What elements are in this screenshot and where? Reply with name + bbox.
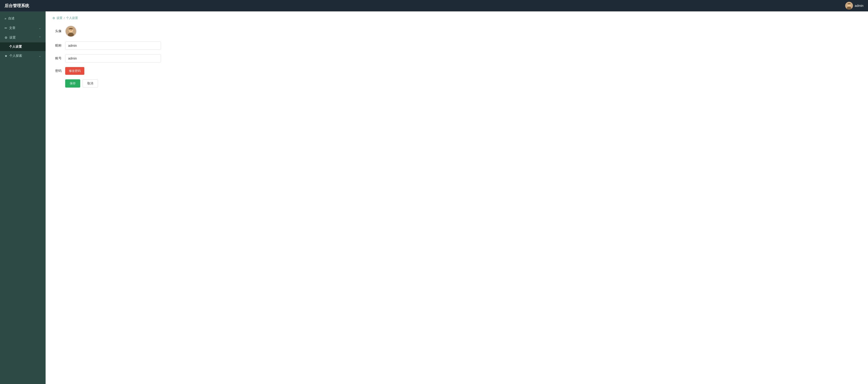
sidebar-item-shezhi-label: 设置	[9, 36, 16, 40]
avatar-label: 头像	[53, 29, 62, 33]
nickname-row: 昵称	[53, 41, 212, 50]
nickname-label: 昵称	[53, 43, 62, 48]
wenzhang-icon: ✏	[5, 26, 7, 30]
sidebar-item-zishu[interactable]: » 自述	[0, 14, 45, 23]
layout: » 自述 ✏ 文章 ⌄ ⚙ 设置 ⌃ 个人设置 ★	[0, 11, 868, 384]
avatar-upload[interactable]	[65, 26, 76, 37]
breadcrumb-personal-settings: 个人设置	[66, 16, 78, 20]
sidebar-item-gerentansuo[interactable]: ★ 个人探索 ⌄	[0, 51, 45, 61]
change-password-button[interactable]: 修改密码	[65, 67, 84, 75]
sidebar-item-wenzhang-label: 文章	[9, 26, 16, 30]
user-info: admin	[845, 2, 863, 9]
gerentansuo-chevron-icon: ⌄	[39, 54, 41, 57]
svg-point-5	[848, 5, 848, 5]
cancel-button[interactable]: 取消	[83, 79, 98, 88]
shezhi-chevron-icon: ⌃	[39, 36, 41, 39]
account-input[interactable]	[65, 54, 161, 62]
breadcrumb-settings: 设置	[57, 16, 62, 20]
svg-point-9	[68, 33, 74, 37]
account-label: 账号	[53, 56, 62, 60]
sidebar-item-gerentansuo-label: 个人探索	[9, 54, 22, 58]
user-name: admin	[855, 4, 863, 7]
nickname-input[interactable]	[65, 41, 161, 50]
svg-point-3	[848, 4, 848, 5]
sidebar-item-gerenshezhi[interactable]: 个人设置	[0, 42, 45, 51]
zishu-icon: »	[5, 17, 6, 20]
breadcrumb-gear-icon: ⚙	[53, 17, 55, 20]
password-label: 密码	[53, 69, 62, 73]
shezhi-icon: ⚙	[5, 36, 7, 39]
breadcrumb: ⚙ 设置 / 个人设置	[53, 16, 861, 20]
breadcrumb-separator: /	[64, 17, 65, 20]
svg-point-6	[849, 5, 850, 5]
svg-point-10	[70, 29, 70, 30]
svg-point-11	[71, 29, 72, 30]
avatar-img	[66, 26, 76, 37]
main-content: ⚙ 设置 / 个人设置 头像	[45, 11, 868, 384]
form-section: 头像 昵称	[53, 26, 212, 88]
svg-point-12	[69, 30, 70, 31]
save-button[interactable]: 保存	[65, 79, 80, 88]
svg-point-13	[72, 30, 73, 31]
sidebar-item-zishu-label: 自述	[8, 17, 14, 21]
password-row: 密码 修改密码	[53, 67, 212, 75]
avatar-row: 头像	[53, 26, 212, 37]
sidebar-item-gerenshezhi-label: 个人设置	[9, 45, 22, 49]
header-avatar	[845, 2, 853, 9]
sidebar: » 自述 ✏ 文章 ⌄ ⚙ 设置 ⌃ 个人设置 ★	[0, 11, 45, 384]
wenzhang-chevron-icon: ⌄	[39, 26, 41, 30]
form-actions: 保存 取消	[53, 79, 212, 88]
account-row: 账号	[53, 54, 212, 62]
avatar-icon	[845, 2, 853, 9]
sidebar-item-shezhi[interactable]: ⚙ 设置 ⌃	[0, 33, 45, 42]
gerentansuo-icon: ★	[5, 54, 7, 58]
sidebar-item-wenzhang[interactable]: ✏ 文章 ⌄	[0, 23, 45, 33]
svg-point-4	[849, 4, 850, 5]
header: 后台管理系统 admin	[0, 0, 868, 11]
app-title: 后台管理系统	[5, 3, 29, 8]
